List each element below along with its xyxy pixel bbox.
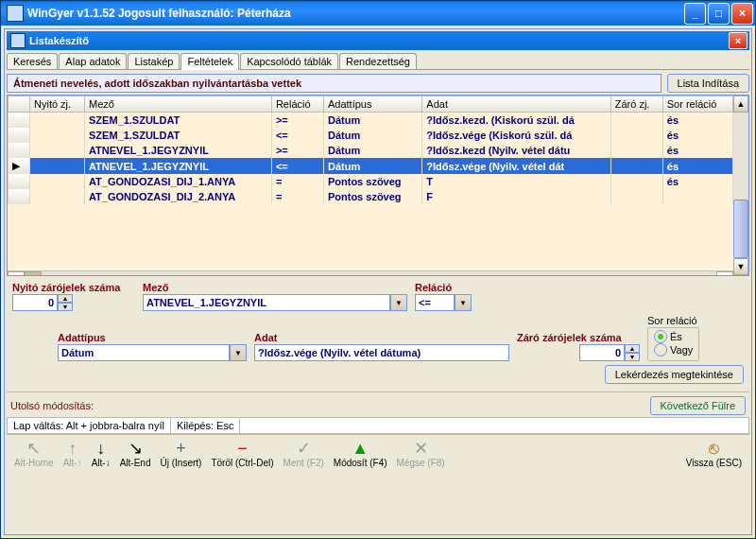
start-list-button[interactable]: Lista Indítása bbox=[667, 74, 749, 93]
scroll-down-icon[interactable]: ▼ bbox=[733, 258, 748, 275]
mezo-label: Mező bbox=[143, 282, 407, 293]
tool-icon: ↘ bbox=[129, 439, 143, 458]
scroll-left-icon[interactable]: ◄ bbox=[8, 271, 25, 275]
hint-bar: Lap váltás: Alt + jobbra-balra nyíl Kilé… bbox=[7, 417, 749, 434]
view-query-button[interactable]: Lekérdezés megtekintése bbox=[605, 365, 744, 384]
tool-icon: ↑ bbox=[68, 439, 77, 458]
table-row[interactable]: AT_GONDOZASI_DIJ_1.ANYA=Pontos szövegTés bbox=[9, 174, 733, 189]
tool-alt-end[interactable]: ↘Alt-End bbox=[120, 439, 151, 468]
table-row[interactable]: SZEM_1.SZULDAT>=Dátum?Idősz.kezd. (Kisko… bbox=[9, 113, 733, 129]
inner-title: Listakészítő bbox=[29, 35, 89, 46]
mezo-input[interactable]: ATNEVEL_1.JEGYZNYIL bbox=[143, 294, 390, 311]
scroll-right-icon[interactable]: ► bbox=[716, 271, 733, 275]
horizontal-scrollbar[interactable]: ◄ ❚ ► bbox=[8, 270, 733, 275]
adat-label: Adat bbox=[254, 332, 509, 343]
table-row[interactable]: SZEM_1.SZULDAT<=Dátum?Idősz.vége (Kiskor… bbox=[9, 128, 733, 143]
tabs: KeresésAlap adatokListaképFeltételekKapc… bbox=[7, 50, 749, 70]
table-row[interactable]: AT_GONDOZASI_DIJ_2.ANYA=Pontos szövegF bbox=[9, 189, 733, 204]
maximize-button[interactable]: □ bbox=[708, 3, 730, 25]
tool-m-dos-t-f4-[interactable]: ▲Módosít (F4) bbox=[334, 439, 387, 468]
table-row[interactable]: ▶ATNEVEL_1.JEGYZNYIL<=Dátum?Idősz.vége (… bbox=[9, 158, 733, 174]
window-title: WinGyer v1.1.52 Jogosult felhasználó: Pé… bbox=[27, 7, 682, 20]
tool-icon: + bbox=[176, 439, 186, 458]
minimize-button[interactable]: _ bbox=[684, 3, 706, 25]
mezo-dropdown-icon[interactable]: ▼ bbox=[390, 294, 407, 311]
tool-icon: ⎋ bbox=[709, 439, 719, 458]
last-modified-label: Utolsó módosítás: bbox=[10, 400, 94, 411]
scroll-thumb[interactable] bbox=[733, 200, 748, 258]
inner-close-button[interactable]: × bbox=[729, 32, 747, 49]
next-record-button[interactable]: Következő Fülre bbox=[650, 396, 746, 415]
bottom-toolbar: ↖Alt-Home↑Alt-↑↓Alt-↓↘Alt-End+Új (Insert… bbox=[7, 434, 749, 472]
inner-window: Listakészítő × KeresésAlap adatokListaké… bbox=[4, 28, 752, 535]
tool-icon: ✓ bbox=[297, 439, 311, 458]
tool-m-gse-f8-: ✕Mégse (F8) bbox=[397, 439, 445, 468]
tab-kapcsol-d-t-bl-k[interactable]: Kapcsolódó táblák bbox=[240, 53, 338, 69]
scroll-up-icon[interactable]: ▲ bbox=[733, 96, 748, 113]
radio-es[interactable] bbox=[654, 330, 667, 343]
sor-relacio-group: És Vagy bbox=[647, 327, 699, 361]
nyito-label: Nyitó zárójelek száma bbox=[12, 282, 135, 293]
sor-relacio-label: Sor reláció bbox=[647, 315, 699, 326]
nyito-input[interactable]: 0 bbox=[12, 294, 58, 311]
tab-listak-p[interactable]: Listakép bbox=[128, 53, 180, 69]
tool-icon: − bbox=[237, 439, 248, 458]
column-header[interactable]: Nyitó zj. bbox=[30, 96, 85, 113]
close-button[interactable]: × bbox=[731, 3, 753, 25]
hint-esc: Kilépés: Esc bbox=[171, 418, 241, 433]
edit-form: Nyitó zárójelek száma 0 ▲▼ Mező ATNEVEL_… bbox=[7, 276, 749, 390]
radio-es-row[interactable]: És bbox=[654, 330, 693, 343]
conditions-grid: Nyitó zj.MezőRelációAdattípusAdatZáró zj… bbox=[7, 95, 749, 276]
nyito-spinner[interactable]: ▲▼ bbox=[58, 294, 73, 311]
adattipus-dropdown-icon[interactable]: ▼ bbox=[230, 344, 247, 361]
adattipus-label: Adattípus bbox=[58, 332, 247, 343]
tab-rendezetts-g[interactable]: Rendezettség bbox=[339, 53, 417, 69]
adat-input[interactable]: ?Idősz.vége (Nyilv. vétel dátuma) bbox=[254, 344, 509, 361]
vertical-scrollbar[interactable]: ▲ ▼ bbox=[733, 96, 748, 275]
tool-vissza-esc-[interactable]: ⎋Vissza (ESC) bbox=[686, 439, 742, 468]
column-header[interactable]: Reláció bbox=[271, 96, 323, 113]
outer-window: WinGyer v1.1.52 Jogosult felhasználó: Pé… bbox=[0, 0, 756, 539]
zaro-spinner[interactable]: ▲▼ bbox=[625, 344, 640, 361]
tab-keres-s[interactable]: Keresés bbox=[7, 53, 58, 69]
tool-icon: ↖ bbox=[26, 439, 41, 458]
app-icon bbox=[7, 5, 24, 22]
outer-titlebar[interactable]: WinGyer v1.1.52 Jogosult felhasználó: Pé… bbox=[1, 1, 755, 26]
column-header[interactable]: Sor reláció bbox=[662, 96, 732, 113]
tool-alt-home: ↖Alt-Home bbox=[14, 439, 54, 468]
tool-t-r-l-ctrl-del-[interactable]: −Töröl (Ctrl-Del) bbox=[211, 439, 273, 468]
tool-ment-f2-: ✓Ment (F2) bbox=[284, 439, 324, 468]
tab-alap-adatok[interactable]: Alap adatok bbox=[59, 53, 127, 69]
zaro-label: Záró zárójelek száma bbox=[517, 332, 640, 343]
relacio-label: Reláció bbox=[415, 282, 472, 293]
inner-titlebar[interactable]: Listakészítő × bbox=[7, 31, 749, 50]
tool--j-insert-[interactable]: +Új (Insert) bbox=[160, 439, 201, 468]
tab-felt-telek[interactable]: Feltételek bbox=[180, 53, 239, 70]
zaro-input[interactable]: 0 bbox=[579, 344, 625, 361]
radio-vagy-row[interactable]: Vagy bbox=[654, 343, 693, 356]
description-field[interactable]: Átmeneti nevelés, adott időszakban nyilv… bbox=[7, 74, 662, 93]
relacio-input[interactable]: <= bbox=[415, 294, 455, 311]
column-header[interactable]: Mező bbox=[84, 96, 271, 113]
tool-alt-[interactable]: ↓Alt-↓ bbox=[92, 439, 111, 468]
tool-icon: ↓ bbox=[96, 439, 105, 458]
outer-content: Listakészítő × KeresésAlap adatokListaké… bbox=[1, 26, 755, 538]
table-row[interactable]: ATNEVEL_1.JEGYZNYIL>=Dátum?Idősz.kezd (N… bbox=[9, 143, 733, 158]
column-header[interactable]: Adattípus bbox=[323, 96, 421, 113]
adattipus-input[interactable]: Dátum bbox=[58, 344, 230, 361]
radio-vagy[interactable] bbox=[654, 343, 667, 356]
tool-icon: ▲ bbox=[352, 439, 369, 458]
tool-alt-: ↑Alt-↑ bbox=[63, 439, 82, 468]
relacio-dropdown-icon[interactable]: ▼ bbox=[455, 294, 472, 311]
hint-lap: Lap váltás: Alt + jobbra-balra nyíl bbox=[8, 418, 171, 433]
column-header[interactable]: Adat bbox=[422, 96, 610, 113]
column-header[interactable]: Záró zj. bbox=[610, 96, 662, 113]
tool-icon: ✕ bbox=[414, 439, 428, 458]
inner-app-icon bbox=[10, 33, 26, 48]
